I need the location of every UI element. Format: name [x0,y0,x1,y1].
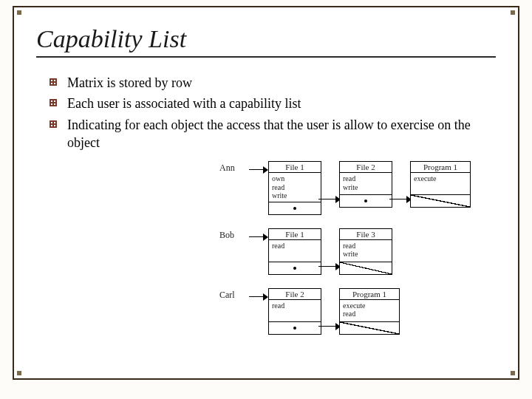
bullet-item: Indicating for each object the access th… [54,116,496,152]
user-label: Bob [219,228,249,241]
node-rights: read write [340,240,392,262]
node-rights: own read write [269,173,321,202]
node-pointer-terminal [411,195,470,207]
node-rights: read [269,240,321,262]
node-rights: read [269,300,321,322]
arrow-icon [249,164,268,176]
node-rights: execute [411,173,470,195]
capability-node: File 1 own read write [268,161,321,215]
title-underline [36,56,496,58]
user-label: Carl [219,288,249,301]
node-pointer-terminal [340,262,392,274]
capability-diagram: Ann File 1 own read write File 2 read wr… [219,161,485,348]
node-pointer-terminal [340,322,399,334]
arrow-icon [321,194,339,205]
bullet-item: Matrix is stored by row [54,74,496,92]
arrow-icon [249,231,268,243]
capability-node: File 3 read write [339,228,392,275]
node-header: Program 1 [340,289,399,300]
diagram-row-carl: Carl File 2 read Program 1 execute read [219,288,485,335]
slide-frame: Capability List Matrix is stored by row … [13,6,519,380]
user-label: Ann [219,161,249,174]
node-header: Program 1 [411,162,470,173]
arrow-icon [321,261,339,273]
diagram-row-bob: Bob File 1 read File 3 read write [219,228,485,275]
node-header: File 1 [269,162,321,173]
node-pointer [269,202,321,214]
node-header: File 3 [340,229,392,240]
capability-node: File 2 read write [339,161,392,208]
capability-node: File 2 read [268,288,321,335]
arrow-icon [392,194,410,205]
diagram-row-ann: Ann File 1 own read write File 2 read wr… [219,161,485,215]
node-rights: read write [340,173,392,195]
node-pointer [269,262,321,274]
bullet-item: Each user is associated with a capabilit… [54,95,496,112]
capability-node: Program 1 execute [410,161,471,208]
capability-node: File 1 read [268,228,321,275]
arrow-icon [249,291,268,303]
node-pointer [269,322,321,334]
node-header: File 2 [340,162,392,173]
arrow-icon [321,321,339,332]
node-rights: execute read [340,300,399,322]
node-header: File 1 [269,229,321,240]
slide-title: Capability List [36,25,496,53]
node-pointer [340,195,392,207]
capability-node: Program 1 execute read [339,288,400,335]
bullet-list: Matrix is stored by row Each user is ass… [36,74,496,151]
node-header: File 2 [269,289,321,300]
